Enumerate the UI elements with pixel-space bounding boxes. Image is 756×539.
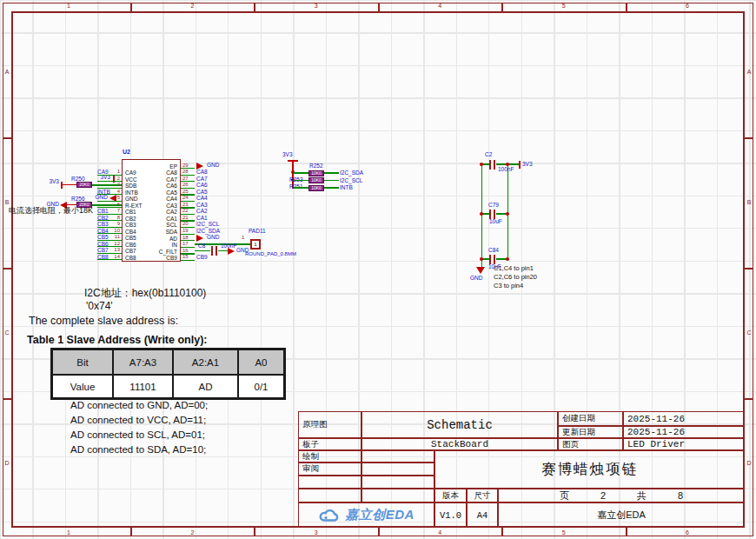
frame-row-marker-right: C — [746, 329, 753, 336]
net-label[interactable]: I2C_SCL — [196, 221, 219, 227]
titleblock-review-label: 审阅 — [298, 462, 361, 476]
table-header-cell: A2:A1 — [173, 349, 238, 375]
cap-pin-note-line[interactable]: C3 to pin4 — [494, 282, 523, 290]
net-label[interactable]: INTB — [340, 184, 353, 190]
pin-number: 8 — [108, 215, 120, 221]
net-label[interactable]: CA7 — [196, 176, 208, 182]
frame-column-marker-bottom: 1 — [60, 529, 77, 536]
table-value-cell: AD — [173, 375, 238, 398]
page-label: 页 — [560, 489, 569, 502]
wire — [324, 187, 339, 188]
titleblock-project-name[interactable]: 赛博蜡烛项链 — [434, 450, 745, 489]
gnd-arrow-icon — [476, 267, 485, 274]
cap-pin-note-line[interactable]: C1,C4 to pin1 — [494, 264, 534, 273]
pin-number: 4 — [108, 189, 120, 195]
net-label[interactable]: CA1 — [196, 215, 208, 221]
net-label[interactable]: CA2 — [196, 208, 208, 214]
chip-u2-refdes[interactable]: U2 — [123, 149, 130, 155]
frame-tick — [378, 528, 380, 536]
frame-tick — [501, 528, 503, 536]
ad-connection-note-line[interactable]: AD connected to GND, AD=00; — [70, 399, 208, 411]
frame-column-marker-top: 4 — [431, 2, 448, 10]
wire — [482, 258, 489, 259]
frame-column-marker-top: 6 — [679, 2, 696, 10]
slave-address-table-title[interactable]: Table 1 Slave Address (Write only): — [27, 334, 207, 346]
titleblock-version-value[interactable]: V1.0 — [434, 502, 467, 528]
pin-number: 11 — [108, 234, 120, 240]
net-label[interactable]: CA6 — [196, 182, 208, 188]
slave-address-intro[interactable]: The complete slave address is: — [29, 315, 178, 327]
schematic-sheet: 1 2 3 4 5 6 1 2 3 4 5 6 A B C D A B C D … — [0, 0, 756, 539]
frame-tick — [745, 268, 753, 270]
net-label[interactable]: CA5 — [196, 189, 208, 195]
wire — [63, 184, 76, 186]
titleblock-board-label: 板子 — [298, 438, 361, 450]
net-label[interactable]: CA3 — [196, 202, 208, 208]
i2c-address-line1[interactable]: I2C地址：hex(0b1110100) — [84, 286, 206, 301]
net-label[interactable]: CA4 — [196, 195, 208, 201]
titleblock-size-label: 尺寸 — [467, 489, 498, 502]
slave-address-table[interactable]: Bit A7:A3 A2:A1 A0 Value 11101 AD 0/1 — [50, 348, 286, 400]
pin-number: 1 — [108, 169, 120, 175]
pin-number: 2 — [108, 176, 120, 182]
frame-column-marker-bottom: 4 — [431, 529, 448, 536]
titleblock-schematic-value[interactable]: Schematic — [361, 411, 558, 438]
frame-tick — [130, 3, 132, 11]
titleblock-updated-label: 更新日期 — [558, 426, 623, 438]
titleblock-created-label: 创建日期 — [558, 411, 623, 426]
net-label[interactable]: CB9 — [196, 254, 208, 260]
ad-connection-note-line[interactable]: AD connected to VCC, AD=11; — [70, 414, 206, 426]
chip-right-pin-row[interactable]: CB9 15 CB9 — [122, 254, 235, 262]
pad-refdes: PAD11 — [249, 228, 266, 234]
resistor-value: 10K0 — [308, 170, 324, 176]
wire — [294, 180, 308, 181]
titleblock-schematic-label: 原理图 — [298, 411, 361, 438]
cap-value: 10uF — [489, 218, 502, 224]
pin-number: 1 — [242, 235, 244, 241]
frame-tick — [130, 528, 132, 536]
pin-number: 7 — [108, 208, 120, 214]
titleblock-version-label: 版本 — [434, 489, 467, 502]
frame-row-marker-left: C — [3, 329, 11, 336]
cap-refdes: C2 — [485, 151, 492, 157]
frame-column-marker-bottom: 2 — [183, 529, 201, 536]
titleblock-updated-value[interactable]: 2025-11-26 — [623, 426, 745, 438]
ad-connection-note-line[interactable]: AD connected to SCL, AD=01; — [70, 429, 205, 441]
pin-name: CB9 — [122, 255, 177, 261]
logo-text: 嘉立创EDA — [345, 507, 414, 523]
ad-connection-note-line[interactable]: AD connected to SDA, AD=10; — [70, 443, 206, 456]
current-resistor-note[interactable]: 电流选择电阻，最小18K — [9, 205, 93, 216]
frame-column-marker-bottom: 6 — [679, 529, 696, 536]
i2c-address-line2[interactable]: '0x74' — [86, 300, 113, 312]
frame-column-marker-top: 1 — [60, 2, 77, 10]
net-label[interactable]: I2C_SDA — [196, 228, 220, 234]
titleblock-drawn-value[interactable] — [361, 450, 434, 462]
resistor-refdes: R256 — [71, 196, 85, 202]
wire — [324, 172, 339, 173]
table-value-cell: 0/1 — [238, 375, 284, 398]
titleblock-sheet-label: 图页 — [558, 438, 623, 450]
jlc-cloud-logo-icon — [318, 508, 341, 522]
net-label[interactable]: I2C_SDA — [340, 170, 363, 176]
titleblock-created-value[interactable]: 2025-11-26 — [623, 411, 745, 426]
frame-tick — [626, 528, 627, 536]
table-value-cell: Value — [52, 375, 113, 398]
table-value-cell: 11101 — [113, 375, 173, 398]
titleblock-board-value[interactable]: StackBoard — [361, 438, 558, 450]
titleblock-logo-cell: 嘉立创EDA — [298, 502, 434, 528]
wire — [181, 260, 195, 261]
frame-row-marker-left: A — [3, 68, 11, 76]
resistor-value: 10K0 — [308, 177, 324, 183]
cap-pin-note-line[interactable]: C2,C6 to pin20 — [494, 273, 537, 282]
titleblock-size-value[interactable]: A4 — [467, 502, 498, 528]
junction-dot — [480, 257, 483, 261]
titleblock-review-value[interactable] — [361, 462, 434, 476]
pin-number: 3 — [108, 182, 120, 188]
junction-dot — [480, 163, 483, 166]
titleblock-sheet-value[interactable]: LED Driver — [623, 438, 745, 450]
frame-column-marker-bottom: 5 — [555, 529, 573, 536]
net-label[interactable]: CA8 — [196, 169, 208, 175]
frame-tick — [3, 137, 11, 139]
net-label[interactable]: I2C_SCL — [340, 177, 362, 183]
frame-column-marker-bottom: 3 — [308, 529, 325, 536]
